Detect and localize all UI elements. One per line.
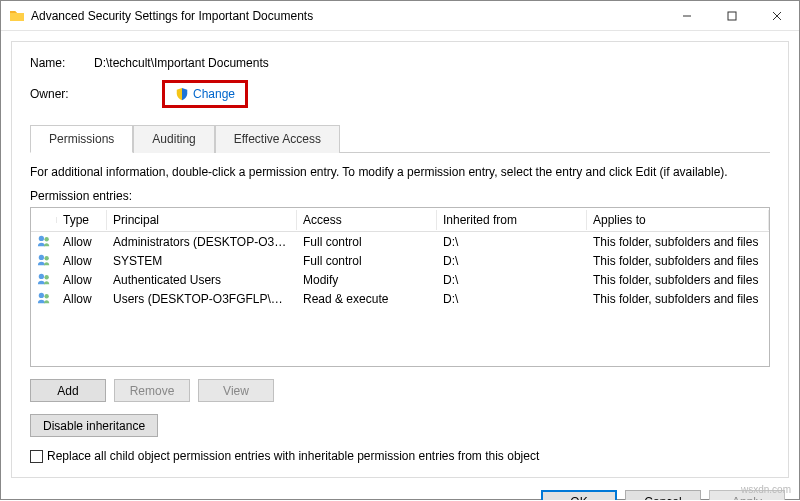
dialog-window: Advanced Security Settings for Important… (0, 0, 800, 500)
column-access[interactable]: Access (297, 210, 437, 230)
change-owner-link[interactable]: Change (162, 80, 248, 108)
users-icon (31, 288, 57, 310)
ok-button[interactable]: OK (541, 490, 617, 500)
tabs: Permissions Auditing Effective Access (30, 124, 770, 153)
content-area: Name: D:\techcult\Important Documents Ow… (11, 41, 789, 478)
svg-point-10 (39, 292, 44, 297)
column-icon[interactable] (31, 217, 57, 223)
replace-children-label: Replace all child object permission entr… (47, 449, 539, 463)
entry-buttons-row: Add Remove View (30, 379, 770, 402)
cell-inherited: D:\ (437, 251, 587, 271)
add-button[interactable]: Add (30, 379, 106, 402)
titlebar[interactable]: Advanced Security Settings for Important… (1, 1, 799, 31)
cell-inherited: D:\ (437, 270, 587, 290)
change-owner-label: Change (193, 87, 235, 101)
inheritance-row: Disable inheritance (30, 414, 770, 437)
svg-rect-1 (728, 12, 736, 20)
svg-point-4 (39, 235, 44, 240)
cell-applies: This folder, subfolders and files (587, 270, 769, 290)
replace-children-row: Replace all child object permission entr… (30, 449, 770, 463)
cell-access: Read & execute (297, 289, 437, 309)
cell-applies: This folder, subfolders and files (587, 289, 769, 309)
column-type[interactable]: Type (57, 210, 107, 230)
cell-inherited: D:\ (437, 289, 587, 309)
column-inherited[interactable]: Inherited from (437, 210, 587, 230)
cell-principal: Users (DESKTOP-O3FGFLP\Users) (107, 289, 297, 309)
table-row[interactable]: AllowAuthenticated UsersModifyD:\This fo… (31, 270, 769, 289)
owner-row: Owner: Change (30, 80, 770, 108)
cell-principal: Authenticated Users (107, 270, 297, 290)
cell-applies: This folder, subfolders and files (587, 251, 769, 271)
table-header: Type Principal Access Inherited from App… (31, 208, 769, 232)
column-applies[interactable]: Applies to (587, 210, 769, 230)
name-label: Name: (30, 56, 94, 70)
tab-effective-access[interactable]: Effective Access (215, 125, 340, 153)
cell-principal: Administrators (DESKTOP-O3FGF... (107, 232, 297, 252)
folder-icon (9, 8, 25, 24)
table-row[interactable]: AllowSYSTEMFull controlD:\This folder, s… (31, 251, 769, 270)
cell-applies: This folder, subfolders and files (587, 232, 769, 252)
svg-point-6 (39, 254, 44, 259)
cell-access: Modify (297, 270, 437, 290)
svg-point-9 (44, 275, 48, 279)
cancel-button[interactable]: Cancel (625, 490, 701, 500)
cell-access: Full control (297, 232, 437, 252)
tab-permissions[interactable]: Permissions (30, 125, 133, 153)
entries-label: Permission entries: (30, 189, 770, 203)
view-button[interactable]: View (198, 379, 274, 402)
name-row: Name: D:\techcult\Important Documents (30, 56, 770, 70)
svg-point-7 (44, 256, 48, 260)
maximize-button[interactable] (709, 1, 754, 30)
remove-button[interactable]: Remove (114, 379, 190, 402)
svg-point-8 (39, 273, 44, 278)
cell-type: Allow (57, 270, 107, 290)
owner-label: Owner: (30, 87, 94, 101)
svg-point-11 (44, 294, 48, 298)
dialog-footer: OK Cancel Apply (1, 482, 799, 500)
info-text: For additional information, double-click… (30, 165, 770, 179)
column-principal[interactable]: Principal (107, 210, 297, 230)
cell-access: Full control (297, 251, 437, 271)
cell-type: Allow (57, 232, 107, 252)
tab-auditing[interactable]: Auditing (133, 125, 214, 153)
permissions-table[interactable]: Type Principal Access Inherited from App… (30, 207, 770, 367)
cell-type: Allow (57, 289, 107, 309)
shield-icon (175, 87, 189, 101)
close-button[interactable] (754, 1, 799, 30)
svg-point-5 (44, 237, 48, 241)
cell-principal: SYSTEM (107, 251, 297, 271)
table-row[interactable]: AllowUsers (DESKTOP-O3FGFLP\Users)Read &… (31, 289, 769, 308)
watermark: wsxdn.com (741, 484, 791, 495)
table-row[interactable]: AllowAdministrators (DESKTOP-O3FGF...Ful… (31, 232, 769, 251)
window-title: Advanced Security Settings for Important… (31, 9, 664, 23)
table-body: AllowAdministrators (DESKTOP-O3FGF...Ful… (31, 232, 769, 308)
minimize-button[interactable] (664, 1, 709, 30)
cell-inherited: D:\ (437, 232, 587, 252)
cell-type: Allow (57, 251, 107, 271)
name-value: D:\techcult\Important Documents (94, 56, 269, 70)
replace-children-checkbox[interactable] (30, 450, 43, 463)
disable-inheritance-button[interactable]: Disable inheritance (30, 414, 158, 437)
